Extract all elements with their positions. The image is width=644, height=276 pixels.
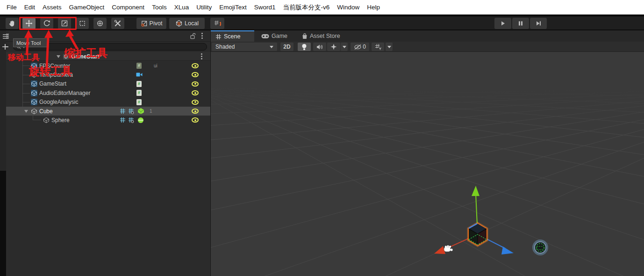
green-sphere-icon (137, 117, 144, 123)
pane-menu-icon[interactable] (2, 34, 9, 39)
tab-scene[interactable]: Scene (211, 30, 254, 42)
shopping-bag-icon (302, 33, 308, 39)
hand-tool-button[interactable] (6, 18, 19, 29)
grid-icon (120, 117, 126, 123)
menu-tools[interactable]: Tools (148, 4, 171, 11)
menu-bar: File Edit Assets GameObject Component To… (0, 0, 644, 15)
tab-game-label: Game (272, 33, 287, 39)
hidden-count: 0 (363, 44, 366, 50)
pivot-toggle-button[interactable]: Pivot (136, 18, 166, 29)
visibility-eye-toggle[interactable] (192, 72, 199, 77)
visibility-eye-toggle[interactable] (192, 63, 199, 68)
menu-help[interactable]: Help (363, 4, 384, 11)
unity-scene-icon (63, 53, 69, 60)
pause-button[interactable] (512, 18, 529, 29)
visibility-eye-toggle[interactable] (192, 90, 199, 95)
scene-header-row[interactable]: GameStart* (0, 52, 210, 61)
play-button[interactable] (494, 18, 511, 29)
scene-kebab-menu-icon[interactable] (201, 56, 202, 57)
visibility-eye-toggle[interactable] (192, 100, 199, 105)
hierarchy-kebab-menu-icon[interactable] (201, 35, 203, 36)
menu-window[interactable]: Window (333, 4, 363, 11)
menu-file[interactable]: File (3, 4, 21, 11)
chevron-down-icon (343, 46, 346, 48)
hierarchy-row-gamestart[interactable]: GameStart # (0, 80, 210, 88)
audio-icon (316, 44, 323, 50)
camera-icon (136, 72, 143, 77)
menu-emojitext[interactable]: EmojiText (215, 4, 250, 11)
gameobject-cube-icon (31, 63, 37, 69)
menu-xlua[interactable]: XLua (171, 4, 193, 11)
gameobject-name: GoogleAnalysic (39, 99, 78, 105)
grid-snap-button[interactable] (210, 18, 224, 29)
gamepad-icon (261, 34, 269, 39)
hand-icon (8, 20, 16, 27)
scene-viewport[interactable] (211, 52, 644, 276)
rotate-icon (43, 20, 50, 27)
script-icon: # (136, 90, 142, 96)
custom-tool-button[interactable] (111, 18, 124, 29)
chevron-down-icon (270, 46, 273, 48)
chevron-down-icon (387, 46, 391, 48)
hierarchy-row-sphere[interactable]: Sphere (0, 116, 210, 124)
gameobject-cube-icon (31, 80, 37, 87)
step-icon (535, 20, 542, 27)
menu-edit[interactable]: Edit (21, 4, 39, 11)
local-label: Local (185, 20, 199, 27)
add-gameobject-icon[interactable] (2, 44, 8, 50)
audio-toggle-button[interactable] (313, 43, 326, 51)
grid-snap-icon (214, 20, 221, 27)
green-cube-icon (137, 108, 144, 115)
menu-branch[interactable]: 当前版本分支-v6 (279, 3, 333, 12)
gameobject-cube-icon (31, 99, 37, 105)
menu-sword1[interactable]: Sword1 (250, 4, 279, 11)
scale-tool-button[interactable] (58, 18, 71, 29)
script-icon: # (136, 63, 142, 69)
visibility-eye-toggle[interactable] (192, 109, 199, 114)
shading-mode-dropdown[interactable]: Shaded (212, 43, 277, 51)
effects-toggle-button[interactable] (327, 43, 340, 51)
selected-cube (469, 224, 487, 245)
scene-grid-icon (215, 34, 222, 40)
gameobject-cube-icon (43, 117, 50, 123)
script-icon: # (136, 99, 142, 105)
tab-game[interactable]: Game (257, 30, 292, 42)
menu-utility[interactable]: Utility (193, 4, 215, 11)
gameobject-tag: ui (154, 63, 157, 68)
effects-icon (330, 44, 337, 50)
effects-dropdown[interactable] (341, 43, 348, 51)
menu-gameobject[interactable]: GameObject (65, 4, 108, 11)
lighting-toggle-button[interactable] (298, 43, 311, 51)
visibility-eye-toggle[interactable] (192, 117, 199, 123)
grid-visibility-button[interactable] (372, 43, 384, 51)
play-icon (500, 20, 506, 27)
transform-tool-button[interactable] (93, 18, 107, 29)
hierarchy-row-googleanalysic[interactable]: GoogleAnalysic # (0, 98, 210, 107)
grid-dropdown[interactable] (386, 43, 393, 51)
wrench-icon (114, 20, 122, 27)
move-tool-button[interactable] (22, 18, 36, 29)
local-toggle-button[interactable]: Local (169, 18, 205, 29)
scene-visibility-button[interactable]: 0 (351, 43, 369, 51)
menu-assets[interactable]: Assets (39, 4, 65, 11)
scene-tab-bar: Scene Game Asset Store (211, 30, 644, 42)
light-icon (301, 44, 307, 51)
menu-component[interactable]: Component (108, 4, 148, 11)
hierarchy-row-fpscounter[interactable]: FPSCounter # ui (0, 61, 210, 70)
2d-toggle-button[interactable]: 2D (280, 43, 293, 51)
rotate-tool-button[interactable] (40, 18, 53, 29)
step-button[interactable] (530, 18, 547, 29)
lock-icon[interactable] (190, 33, 196, 39)
cube-foldout-icon[interactable] (24, 110, 28, 113)
grid-eye-icon (128, 117, 134, 123)
scene-view-panel: Scene Game Asset Store Shaded (211, 30, 644, 276)
2d-label: 2D (283, 44, 290, 50)
hierarchy-row-cube[interactable]: Cube 1 (0, 107, 210, 116)
rect-tool-button[interactable] (76, 18, 89, 29)
scene-foldout-icon[interactable] (57, 55, 60, 58)
tab-asset-store[interactable]: Asset Store (297, 30, 345, 42)
gameobject-cube-icon (31, 108, 37, 115)
hierarchy-row-tempcamera[interactable]: TempCamera (0, 70, 210, 79)
hierarchy-row-audioeditormanager[interactable]: AudioEditorManager # (0, 88, 210, 97)
visibility-eye-toggle[interactable] (192, 81, 199, 87)
